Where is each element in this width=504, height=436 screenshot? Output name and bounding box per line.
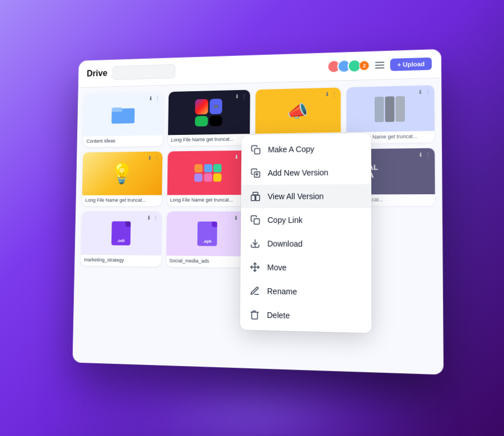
card-actions: ⬇ ⋮ [235,93,247,99]
file-thumbnail: ⬇ ⋮ [346,85,435,132]
menu-item-delete[interactable]: Delete [240,302,372,329]
menu-icon[interactable] [375,62,385,69]
folder-icon [111,105,134,123]
file-thumbnail: 💡 ⬇ ⋮ [82,151,162,195]
svg-point-9 [254,245,255,246]
svg-rect-0 [254,148,260,154]
download-action-icon[interactable]: ⬇ [148,95,153,101]
file-card-content-ideas[interactable]: ⬇ ⋮ Content Ideas [83,92,164,147]
menu-item-rename[interactable]: Rename [240,279,372,305]
delete-icon [249,309,260,321]
menu-item-view-version[interactable]: View All Version [241,184,371,208]
download-action-icon[interactable]: ⬇ [234,153,239,160]
file-thumbnail: 🎮 ⬇ ⋮ [168,90,250,135]
more-action-icon[interactable]: ⋮ [425,151,431,157]
menu-item-label: View All Version [268,191,324,200]
avatar-count: 2 [359,60,369,71]
file-card-lightbulb[interactable]: 💡 ⬇ ⋮ Long File Name get truncat... [82,151,162,206]
download-action-icon[interactable]: ⬇ [235,93,239,99]
more-action-icon[interactable]: ⋮ [425,88,431,95]
menu-item-label: Make A Copy [268,144,314,154]
megaphone-icon: 📣 [287,101,308,121]
menu-item-label: Rename [267,287,297,296]
file-card-social[interactable]: 🎮 ⬇ ⋮ Long File Name get truncat... [167,90,250,146]
download-action-icon[interactable]: ⬇ [146,214,151,221]
file-thumbnail: .apk ⬇ ⋮ [166,211,249,256]
file-card-apk[interactable]: .apk ⬇ ⋮ Social_media_ads [166,211,249,267]
file-name: Long File Name get truncat... [82,195,161,206]
svg-rect-7 [254,218,260,224]
instagram-icon [195,99,208,114]
more-action-icon[interactable]: ⋮ [241,93,247,99]
app-window: Drive 2 + Upload ⬇ [73,49,444,374]
more-action-icon[interactable]: ⋮ [332,91,337,97]
menu-item-label: Move [267,262,286,272]
file-card-phone[interactable]: ⬇ ⋮ Long File Name get truncat... [167,150,250,205]
download-icon [250,238,261,249]
view-version-icon [250,191,261,202]
context-menu: Make A Copy Add New Version [240,133,371,332]
link-icon [250,214,261,225]
svg-rect-4 [251,195,255,200]
file-name: Social_media_ads [166,255,249,268]
search-bar[interactable] [113,64,176,79]
app-title: Drive [87,68,108,78]
menu-item-copy[interactable]: Make A Copy [241,136,371,161]
file-thumbnail: .odt ⬇ ⋮ [81,211,162,255]
card-actions: ⬇ ⋮ [147,154,159,161]
discord-icon: 🎮 [209,99,222,114]
social-icons: 🎮 [195,99,222,126]
download-action-icon[interactable]: ⬇ [418,151,423,157]
file-thumbnail: 📣 ⬇ ⋮ [255,87,340,134]
apk-icon: .apk [198,221,218,246]
menu-item-label: Download [267,239,302,249]
svg-rect-6 [253,192,258,195]
menu-item-label: Add New Version [268,168,328,177]
menu-item-download[interactable]: Download [241,231,372,256]
file-thumbnail: ⬇ ⋮ [83,92,163,136]
more-action-icon[interactable]: ⋮ [153,214,158,221]
card-actions: ⬇ ⋮ [418,151,431,158]
copy-icon [250,144,262,155]
avatar-group: 2 [327,58,369,73]
file-thumbnail: ⬇ ⋮ [167,150,250,195]
file-name: marketing_strategy [81,255,161,266]
header-right: 2 + Upload [327,57,432,73]
lightbulb-icon: 💡 [110,162,134,185]
upload-button[interactable]: + Upload [390,57,432,71]
file-name: Content Ideas [83,135,163,147]
more-action-icon[interactable]: ⋮ [153,154,159,161]
card-actions: ⬇ ⋮ [325,91,337,97]
download-action-icon[interactable]: ⬇ [147,154,152,161]
menu-item-add-version[interactable]: Add New Version [241,160,371,185]
phone-apps [194,163,222,181]
download-action-icon[interactable]: ⬇ [418,88,422,95]
more-action-icon[interactable]: ⋮ [155,95,160,101]
add-version-icon [250,167,261,179]
card-actions: ⬇ ⋮ [146,214,158,221]
file-card-odt[interactable]: .odt ⬇ ⋮ marketing_strategy [81,211,161,266]
menu-item-move[interactable]: Move [240,255,371,280]
tiktok-icon [209,115,222,126]
menu-item-copy-link[interactable]: Copy Link [241,208,371,232]
menu-item-label: Delete [267,310,290,320]
file-name: Long File Name get truncat... [167,134,250,146]
download-action-icon[interactable]: ⬇ [325,91,329,97]
photo-people [375,96,405,122]
menu-item-label: Copy Link [268,215,303,224]
spotify-icon [195,116,208,126]
move-icon [249,261,260,273]
rename-icon [249,285,260,297]
file-name: Long File Name get truncat... [167,195,249,206]
odt-icon: .odt [111,221,131,245]
download-action-icon[interactable]: ⬇ [234,214,238,221]
card-actions: ⬇ ⋮ [418,88,431,95]
svg-rect-5 [256,195,260,200]
card-actions: ⬇ ⋮ [148,95,160,101]
